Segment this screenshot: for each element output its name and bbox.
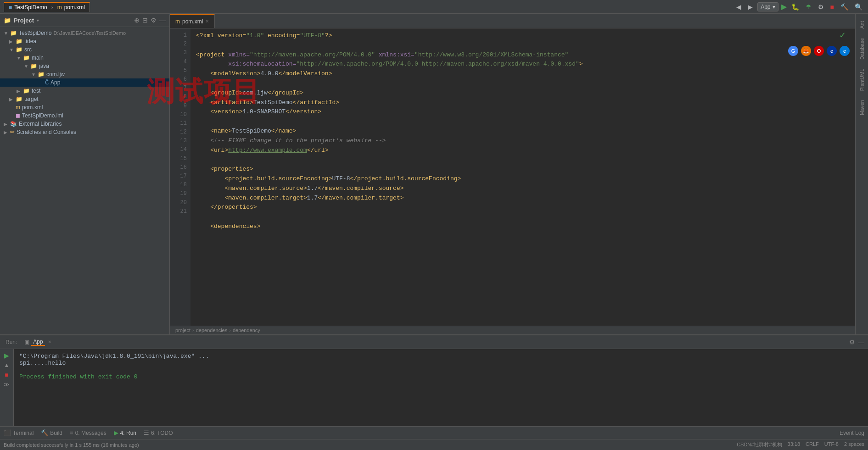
app-tab[interactable]: App — [31, 339, 45, 346]
run-more-icon[interactable]: ≫ — [4, 381, 10, 388]
ie-icon[interactable]: e — [827, 46, 837, 56]
code-line-11: <name>TestSpiDemo</name> — [196, 127, 850, 136]
build-icon[interactable]: 🔨 — [839, 2, 850, 11]
code-line-18: <maven.compiler.target>1.7</maven.compil… — [196, 194, 850, 203]
browser-icons-row: G 🦊 O e e — [788, 46, 850, 56]
editor-area: m pom.xml ✕ ✓ 1 2 3 4 5 6 7 8 9 10 11 12 — [170, 14, 855, 334]
status-line-ending[interactable]: CRLF — [806, 441, 819, 448]
stop-icon[interactable]: ■ — [829, 2, 836, 11]
editor-tab-label: pom.xml — [182, 18, 203, 25]
run-config-label: App — [761, 4, 770, 10]
breadcrumb-dependency[interactable]: dependency — [233, 328, 260, 333]
right-tab-database[interactable]: Database — [857, 34, 867, 63]
run-play-icon[interactable]: ▶ — [4, 352, 9, 359]
code-line-21: <dependencies> — [196, 222, 850, 232]
title-tab-testspi[interactable]: ■ TestSpiDemo › m pom.xml — [4, 2, 90, 12]
build-tool[interactable]: 🔨 Build — [41, 429, 62, 436]
tree-item-java[interactable]: ▼ 📁 java — [0, 62, 169, 70]
status-line-col[interactable]: 33:18 — [788, 441, 801, 448]
main-area: 📁 Project ▾ ⊕ ⊟ ⚙ — ▼ 📁 TestSpiDemo D:\J… — [0, 14, 868, 334]
right-tab-maven[interactable]: Maven — [857, 96, 867, 119]
tree-item-scratches[interactable]: ▶ ✏ Scratches and Consoles — [0, 128, 169, 136]
tree-item-com-ljw[interactable]: ▼ 📁 com.ljw — [0, 70, 169, 78]
bottom-minimize-icon[interactable]: — — [858, 339, 864, 346]
iml-icon: ◼ — [16, 112, 20, 119]
sidebar-close-icon[interactable]: — — [159, 17, 166, 24]
chrome-icon[interactable]: G — [788, 46, 798, 56]
run-tool-icon: ▶ — [114, 429, 118, 436]
search-icon[interactable]: 🔍 — [853, 2, 864, 11]
tree-item-extlibs[interactable]: ▶ 📚 External Libraries — [0, 120, 169, 128]
scratches-arrow-icon: ▶ — [4, 130, 8, 135]
todo-tool[interactable]: ☰ 6: TODO — [144, 429, 173, 436]
run-tool[interactable]: ▶ 4: Run — [114, 429, 136, 436]
editor-tab-xml-icon: m — [175, 18, 180, 25]
status-encoding[interactable]: UTF-8 — [824, 441, 839, 448]
test-arrow-icon: ▶ — [17, 89, 21, 94]
tree-item-idea[interactable]: ▶ 📁 .idea — [0, 37, 169, 45]
code-line-9: <version>1.0-SNAPSHOT</version> — [196, 107, 850, 117]
run-stop-icon[interactable]: ■ — [5, 371, 8, 378]
java-arrow-icon: ▼ — [24, 64, 28, 69]
opera-icon[interactable]: O — [814, 46, 824, 56]
messages-tool[interactable]: ≡ 0: Messages — [70, 429, 106, 436]
tree-item-target[interactable]: ▶ 📁 target — [0, 95, 169, 103]
right-tab-plantuml[interactable]: PlantUML — [857, 65, 867, 94]
editor-tab-pom[interactable]: m pom.xml ✕ — [170, 14, 215, 28]
coverage-icon[interactable]: ☂ — [804, 2, 813, 11]
tree-item-app[interactable]: C̈ App — [0, 78, 169, 87]
tree-item-iml[interactable]: ◼ TestSpiDemo.iml — [0, 111, 169, 120]
breadcrumb-dependencies[interactable]: dependencies — [196, 328, 228, 333]
tree-item-pom[interactable]: m pom.xml — [0, 103, 169, 111]
sidebar-settings-icon[interactable]: ⚙ — [151, 17, 157, 24]
back-icon[interactable]: ◀ — [734, 2, 743, 11]
bottom-toolbar: ⬛ Terminal 🔨 Build ≡ 0: Messages ▶ 4: Ru… — [0, 426, 868, 439]
extlibs-label: External Libraries — [19, 121, 62, 127]
root-label: TestSpiDemo — [19, 30, 51, 36]
right-panel: Ant Database PlantUML Maven — [855, 14, 868, 334]
pom-xml-icon: m — [16, 104, 20, 111]
tree-item-root[interactable]: ▼ 📁 TestSpiDemo D:\JavaIDEACode\TestSpiD… — [0, 29, 169, 37]
title-xml-icon: m — [57, 4, 62, 11]
comljw-arrow-icon: ▼ — [31, 72, 36, 77]
code-line-12: <!-- FIXME change it to the project's we… — [196, 136, 850, 146]
scratches-icon: ✏ — [10, 129, 15, 135]
status-right: CSDN#社群村#机构 33:18 CRLF UTF-8 2 spaces — [737, 441, 864, 448]
sidebar-collapse-icon[interactable]: ⊟ — [142, 17, 148, 24]
todo-label: 6: TODO — [151, 430, 173, 436]
bottom-settings-icon[interactable]: ⚙ — [849, 339, 855, 346]
run-button[interactable]: ▶ — [781, 2, 787, 11]
code-editor[interactable]: 1 2 3 4 5 6 7 8 9 10 11 12 13 14 15 16 1… — [170, 28, 855, 326]
root-folder-icon: 📁 — [10, 30, 17, 36]
messages-label: 0: Messages — [75, 430, 106, 436]
run-config-dropdown[interactable]: App ▾ — [757, 2, 778, 11]
edge-icon[interactable]: e — [840, 46, 850, 56]
code-line-5: <modelVersion>4.0.0</modelVersion> — [196, 69, 850, 79]
idea-label: .idea — [24, 38, 36, 44]
breadcrumb-project[interactable]: project — [175, 328, 190, 333]
scratches-label: Scratches and Consoles — [17, 129, 76, 135]
profile-icon[interactable]: ⚙ — [816, 2, 826, 11]
terminal-tool[interactable]: ⬛ Terminal — [4, 429, 34, 436]
app-tab-close[interactable]: ✕ — [48, 339, 51, 344]
run-up-icon[interactable]: ▲ — [4, 362, 10, 368]
tree-item-test[interactable]: ▶ 📁 test — [0, 87, 169, 95]
firefox-icon[interactable]: 🦊 — [801, 46, 811, 56]
debug-icon[interactable]: 🐛 — [790, 2, 801, 11]
sidebar-add-icon[interactable]: ⊕ — [134, 17, 140, 24]
project-dropdown-icon[interactable]: ▾ — [37, 18, 39, 23]
code-line-2 — [196, 41, 850, 50]
forward-icon[interactable]: ▶ — [746, 2, 755, 11]
bottom-right-icons: ⚙ — — [849, 339, 864, 346]
code-content[interactable]: <?xml version="1.0" encoding="UTF-8"?> <… — [190, 28, 855, 326]
tree-item-main[interactable]: ▼ 📁 main — [0, 54, 169, 62]
status-indent[interactable]: 2 spaces — [844, 441, 864, 448]
right-tab-ant[interactable]: Ant — [857, 17, 867, 33]
tree-item-src[interactable]: ▼ 📁 src — [0, 45, 169, 54]
dropdown-arrow-icon: ▾ — [773, 4, 775, 10]
status-user: CSDN#社群村#机构 — [737, 441, 782, 448]
editor-tab-close[interactable]: ✕ — [205, 19, 209, 24]
main-toolbar: ◀ ▶ App ▾ ▶ 🐛 ☂ ⚙ ■ 🔨 🔍 — [734, 2, 864, 11]
event-log-tool[interactable]: Event Log — [840, 430, 864, 436]
app-tab-container: ▣ App ✕ — [24, 339, 51, 346]
